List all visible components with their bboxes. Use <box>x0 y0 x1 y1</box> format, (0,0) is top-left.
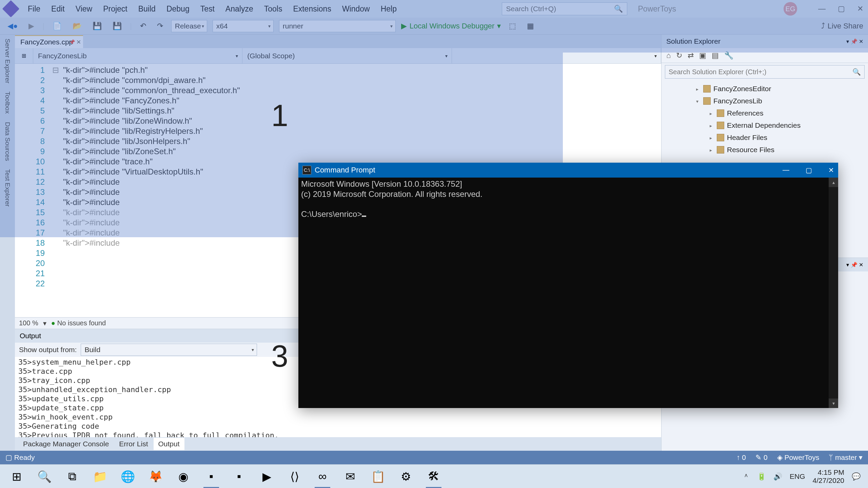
status-branch[interactable]: ᛘ master ▾ <box>829 453 863 462</box>
tab-close-icon[interactable]: ✕ <box>76 39 81 46</box>
chrome-icon[interactable]: ◉ <box>170 465 197 488</box>
cmd-maximize-icon[interactable]: ▢ <box>806 166 812 174</box>
cmd-output[interactable]: Microsoft Windows [Version 10.0.18363.75… <box>298 178 838 221</box>
nav-back-icon[interactable]: ◀● <box>5 20 20 32</box>
sln-sync-icon[interactable]: ⇄ <box>688 51 694 60</box>
rail-server-explorer[interactable]: Server Explorer <box>4 39 11 83</box>
status-repo[interactable]: ◈ PowerToys <box>777 453 820 462</box>
menu-tools[interactable]: Tools <box>264 4 282 14</box>
explorer-icon[interactable]: 📁 <box>86 465 114 488</box>
save-icon[interactable]: 💾 <box>90 20 104 32</box>
redo-icon[interactable]: ↷ <box>154 20 166 32</box>
nav-fwd-icon[interactable]: ▶ <box>26 20 37 32</box>
zoom-combo[interactable]: 100 % <box>19 319 38 327</box>
powershell-icon[interactable]: ▶ <box>253 465 281 488</box>
outlook-icon[interactable]: ✉ <box>336 465 364 488</box>
live-share-button[interactable]: ⤴ Live Share <box>821 22 863 30</box>
menu-bar: File Edit View Project Build Debug Test … <box>0 0 868 18</box>
sln-showall-icon[interactable]: ▤ <box>712 51 719 60</box>
app-icon-1[interactable]: 📋 <box>364 465 392 488</box>
rail-test-explorer[interactable]: Test Explorer <box>4 169 11 207</box>
solution-tree[interactable]: FancyZonesEditorFancyZonesLibReferencesE… <box>662 81 868 158</box>
clock[interactable]: 4:15 PM4/27/2020 <box>813 468 844 485</box>
save-all-icon[interactable]: 💾 <box>110 20 124 32</box>
search-icon: 🔍 <box>852 68 861 76</box>
new-item-icon[interactable]: 📄 <box>50 20 64 32</box>
menu-window[interactable]: Window <box>342 4 370 14</box>
maximize-icon[interactable]: ▢ <box>838 4 845 13</box>
sln-search-input[interactable]: Search Solution Explorer (Ctrl+;)🔍 <box>665 65 865 79</box>
minimize-icon[interactable]: ― <box>818 4 826 13</box>
scope-combo-2[interactable]: (Global Scope) <box>242 48 452 63</box>
notifications-icon[interactable]: 💬 <box>852 472 861 481</box>
tab-output[interactable]: Output <box>154 438 184 450</box>
sln-collapse-icon[interactable]: ▣ <box>699 51 706 60</box>
search-button[interactable]: 🔍 <box>31 465 58 488</box>
tab-package-manager[interactable]: Package Manager Console <box>18 438 114 450</box>
rail-data-sources[interactable]: Data Sources <box>4 122 11 161</box>
menu-extensions[interactable]: Extensions <box>293 4 331 14</box>
start-button[interactable]: ⊞ <box>3 465 31 488</box>
cmd-titlebar[interactable]: C:\ Command Prompt ― ▢ ✕ <box>298 163 838 178</box>
vs-taskbar-icon[interactable]: ∞ <box>309 465 336 488</box>
menu-edit[interactable]: Edit <box>51 4 65 14</box>
vscode-icon[interactable]: ⟨⟩ <box>281 465 309 488</box>
status-changes[interactable]: ✎ 0 <box>755 453 768 462</box>
sln-refresh-icon[interactable]: ↻ <box>676 51 682 60</box>
cmd-minimize-icon[interactable]: ― <box>783 166 789 174</box>
battery-icon[interactable]: 🔋 <box>757 472 766 481</box>
powertoys-icon[interactable]: 🛠 <box>420 465 448 488</box>
volume-icon[interactable]: 🔊 <box>773 472 782 481</box>
scope-combo-1[interactable]: FancyZonesLib <box>33 48 242 63</box>
app-icon-2[interactable]: ⚙ <box>392 465 420 488</box>
menu-view[interactable]: View <box>76 4 92 14</box>
sln-properties-icon[interactable]: 🔧 <box>724 51 733 60</box>
issues-indicator[interactable]: No issues found <box>51 319 106 327</box>
tab-error-list[interactable]: Error List <box>114 438 153 450</box>
scope-combo-3[interactable] <box>452 48 661 63</box>
status-ready: ▢ Ready <box>5 453 35 462</box>
cmd-close-icon[interactable]: ✕ <box>828 166 834 174</box>
windows-taskbar: ⊞ 🔍 ⧉ 📁 🌐 🦊 ◉ ▪ ▪ ▶ ⟨⟩ ∞ ✉ 📋 ⚙ 🛠 ＾ 🔋 🔊 E… <box>0 464 868 488</box>
undo-icon[interactable]: ↶ <box>137 20 149 32</box>
close-icon[interactable]: ✕ <box>857 4 863 13</box>
user-avatar[interactable]: EG <box>784 2 797 16</box>
tool-icon[interactable]: ⬚ <box>506 20 519 32</box>
startup-combo[interactable]: runner <box>279 20 396 32</box>
tool-icon-2[interactable]: ▦ <box>524 20 537 32</box>
command-prompt-window[interactable]: C:\ Command Prompt ― ▢ ✕ Microsoft Windo… <box>298 163 838 408</box>
pin-icon[interactable]: 📌 <box>69 39 75 45</box>
zone-number-3: 3 <box>271 339 288 374</box>
open-icon[interactable]: 📂 <box>70 20 84 32</box>
menu-debug[interactable]: Debug <box>166 4 190 14</box>
terminal-icon[interactable]: ▪ <box>225 465 253 488</box>
menu-test[interactable]: Test <box>200 4 215 14</box>
edge-icon[interactable]: 🌐 <box>114 465 142 488</box>
sln-home-icon[interactable]: ⌂ <box>666 51 671 60</box>
output-from-combo[interactable]: Build <box>81 344 257 356</box>
start-debug-button[interactable]: Local Windows Debugger ▾ <box>401 22 501 30</box>
menu-analyze[interactable]: Analyze <box>225 4 253 14</box>
tray-chevron-icon[interactable]: ＾ <box>743 472 750 481</box>
vs-logo-icon <box>2 0 20 18</box>
pane-controls[interactable]: ▾ 📌 ✕ <box>846 38 863 45</box>
left-tool-rail: Server Explorer Toolbox Data Sources Tes… <box>0 35 15 451</box>
menu-file[interactable]: File <box>28 4 40 14</box>
firefox-icon[interactable]: 🦊 <box>142 465 170 488</box>
system-tray[interactable]: ＾ 🔋 🔊 ENG 4:15 PM4/27/2020 💬 <box>743 468 865 485</box>
main-toolbar: ◀● ▶ | 📄 📂 💾 💾 | ↶ ↷ Release x64 runner … <box>0 18 868 35</box>
quick-search-input[interactable]: Search (Ctrl+Q)🔍 <box>502 2 627 15</box>
status-publish[interactable]: ↑ 0 <box>736 453 746 462</box>
platform-combo[interactable]: x64 <box>213 20 274 32</box>
cmd-taskbar-icon[interactable]: ▪ <box>197 465 225 488</box>
editor-tab[interactable]: FancyZones.cpp 📌 ✕ <box>15 35 83 48</box>
menu-project[interactable]: Project <box>103 4 127 14</box>
cmd-scrollbar[interactable]: ▴▾ <box>829 178 838 408</box>
menu-help[interactable]: Help <box>381 4 397 14</box>
menu-build[interactable]: Build <box>138 4 156 14</box>
cmd-icon: C:\ <box>302 166 311 175</box>
taskview-button[interactable]: ⧉ <box>58 465 86 488</box>
rail-toolbox[interactable]: Toolbox <box>4 92 11 114</box>
language-indicator[interactable]: ENG <box>790 472 805 481</box>
config-combo[interactable]: Release <box>171 20 207 32</box>
